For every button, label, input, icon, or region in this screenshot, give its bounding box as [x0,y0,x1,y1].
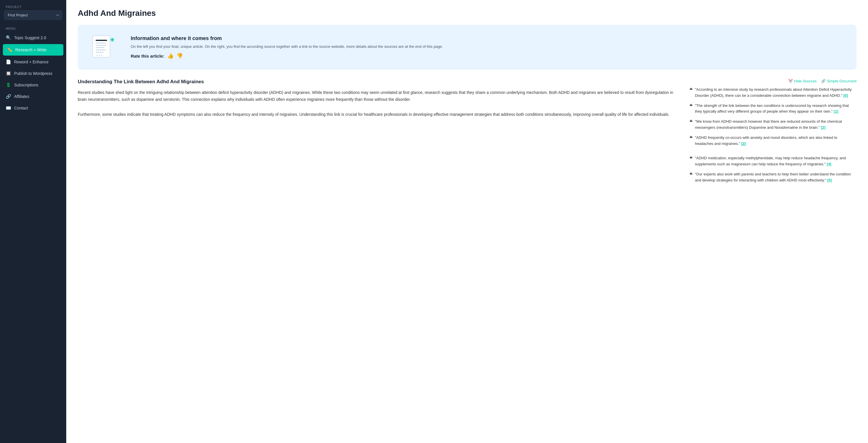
quote-icon: ❝ [689,172,693,178]
svg-rect-5 [96,50,106,51]
banner-text: Information and where it comes from On t… [131,35,847,59]
quote-icon: ❝ [689,104,693,109]
sidebar-item-subscriptions[interactable]: 💲 Subscriptions [0,79,66,91]
envelope-icon: ✉️ [6,106,11,111]
quote-icon: ❝ [689,87,693,93]
quote-ref-3[interactable]: [3] [741,141,746,146]
svg-point-9 [101,55,102,56]
article-paragraph-1: Recent studies have shed light on the in… [78,89,680,103]
wordpress-icon: 🔲 [6,71,11,76]
thumbs-down-button[interactable]: 👎 [177,53,183,59]
sidebar-item-label: Affiliates [14,94,29,99]
quote-icon: ❝ [689,156,693,161]
source-quote: ❝ "The strength of the link between the … [689,103,857,115]
pencil-icon: ✏️ [7,47,12,52]
sidebar-item-label: Subscriptions [14,83,38,87]
article-paragraph-2: Furthermore, some studies indicate that … [78,111,680,118]
source-quote: ❝ "ADHD medication, especially methylphe… [689,155,857,167]
svg-rect-0 [93,36,110,57]
quote-text: "We know from ADHD research however that… [695,119,857,131]
banner-heading: Information and where it comes from [131,35,847,41]
svg-rect-6 [96,52,104,53]
quote-text: "ADHD medication, especially methylpheni… [695,155,857,167]
svg-rect-2 [96,42,106,43]
thumbs-up-button[interactable]: 👍 [167,53,174,59]
content-area: Understanding The Link Between Adhd And … [78,79,857,187]
section1-heading: Understanding The Link Between Adhd And … [78,79,680,85]
quote-text: "The strength of the link between the tw… [695,103,857,115]
sidebar-item-label: Contact [14,106,28,110]
sidebar-item-research-write[interactable]: ✏️ Research + Write [3,44,63,56]
simple-document-link[interactable]: 🔗 Simple Document [821,79,857,83]
search-icon: 🔍 [6,35,11,40]
sidebar-item-reword-enhance[interactable]: 📄 Reword + Enhance [0,56,66,68]
source-quote: ❝ "We know from ADHD research however th… [689,119,857,131]
sidebar-item-affiliates[interactable]: 🔗 Affiliates [0,91,66,102]
sidebar-item-label: Publish to Wordpress [14,71,53,76]
quote-ref-1[interactable]: [1] [834,109,838,114]
quote-icon: ❝ [689,119,693,125]
svg-rect-3 [96,45,106,46]
dollar-icon: 💲 [6,82,11,88]
document-icon: 📄 [6,59,11,64]
quotes-container: ❝ "According to an intensive study by re… [689,87,857,183]
quote-ref-0[interactable]: [0] [843,93,848,98]
rate-label: Rate this article: [131,54,164,58]
svg-rect-4 [96,47,104,48]
quote-text: "Our experts also work with parents and … [695,171,857,183]
quote-ref-5[interactable]: [5] [827,178,832,182]
quote-text: "According to an intensive study by rese… [695,87,857,99]
controls-row: ✂️ Hide Sources 🔗 Simple Document [689,79,857,83]
source-quote: ❝ "Our experts also work with parents an… [689,171,857,183]
project-label: Project [0,0,66,10]
info-banner: Information and where it comes from On t… [78,25,857,70]
sidebar-item-label: Reword + Enhance [14,60,49,64]
external-link-icon: 🔗 [821,79,826,83]
svg-point-8 [99,55,100,56]
quote-ref-4[interactable]: [4] [827,162,831,166]
svg-rect-1 [96,40,107,41]
banner-illustration [87,33,122,62]
source-quote: ❝ "ADHD frequently co-occurs with anxiet… [689,135,857,147]
hide-sources-link[interactable]: ✂️ Hide Sources [788,79,816,83]
quote-text: "ADHD frequently co-occurs with anxiety … [695,135,857,147]
article-column: Understanding The Link Between Adhd And … [78,79,689,187]
sidebar-item-topic-suggest[interactable]: 🔍 Topic Suggest 2.0 [0,32,66,43]
svg-point-7 [96,55,98,56]
main-content: Adhd And Migraines [66,0,868,443]
sidebar-item-publish-wordpress[interactable]: 🔲 Publish to Wordpress [0,68,66,79]
sources-column: ✂️ Hide Sources 🔗 Simple Document ❝ "Acc… [689,79,857,187]
sidebar: Project First Project Menu 🔍 Topic Sugge… [0,0,66,443]
menu-label: Menu [0,25,66,32]
project-select[interactable]: First Project [4,10,62,20]
quote-icon: ❝ [689,136,693,141]
sidebar-item-label: Topic Suggest 2.0 [14,35,46,40]
sidebar-item-contact[interactable]: ✉️ Contact [0,102,66,114]
page-title: Adhd And Migraines [78,9,857,18]
quote-ref-2[interactable]: [2] [821,125,826,129]
sidebar-item-label: Research + Write [15,48,46,52]
banner-description: On the left you find your final, unique … [131,44,847,50]
source-quote: ❝ "According to an intensive study by re… [689,87,857,99]
scissors-icon: ✂️ [788,79,793,83]
link-icon: 🔗 [6,94,11,99]
